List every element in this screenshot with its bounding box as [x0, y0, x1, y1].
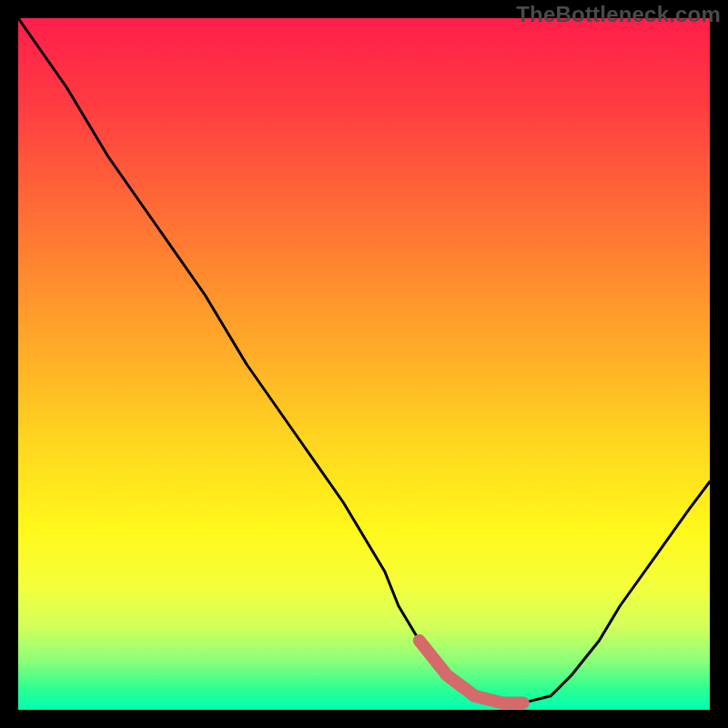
watermark-text: TheBottleneck.com [516, 2, 721, 27]
highlight-segment [420, 641, 523, 703]
chart-frame [18, 18, 710, 710]
bottleneck-plot [18, 18, 710, 710]
bottleneck-curve [18, 18, 710, 703]
